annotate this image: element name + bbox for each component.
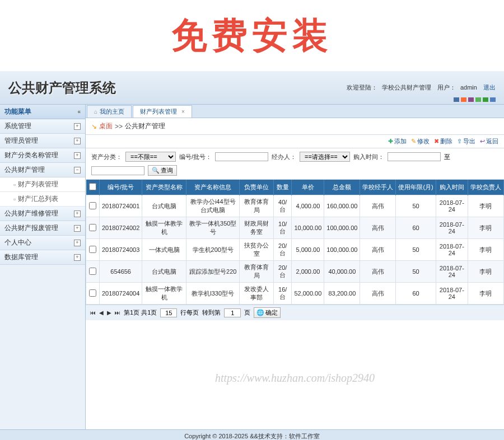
sidebar-item[interactable]: 财产分类名称管理: [0, 148, 85, 163]
table-cell: 2018-07-24: [436, 217, 468, 239]
theme-color[interactable]: [490, 97, 496, 102]
next-page-button[interactable]: ▶: [107, 310, 111, 316]
table-row[interactable]: 654656台式电脑跟踪添加型号220教育体育局20/台2,000.0040,0…: [86, 261, 504, 283]
table-row[interactable]: 20180724004触摸一体教学机教学机l330型号发改委人事部16/台52,…: [86, 283, 504, 305]
table-cell: 教学机l330型号: [186, 283, 240, 305]
table-cell: 触摸一体教学机: [142, 283, 186, 305]
breadcrumb-current: 公共财产管理: [125, 121, 165, 131]
breadcrumb-home[interactable]: 桌面: [99, 121, 113, 131]
export-button[interactable]: ⇪导出: [457, 137, 475, 146]
table-column-header: 学校经手人: [360, 180, 396, 195]
purchase-time-label: 购入时间：: [353, 153, 384, 161]
back-button[interactable]: ↩返回: [480, 137, 498, 146]
theme-color[interactable]: [468, 97, 474, 102]
page-unit: 页: [244, 308, 250, 317]
tab[interactable]: ⌂我的主页: [87, 105, 132, 118]
sidebar-item[interactable]: 个人中心: [0, 236, 85, 250]
table-row[interactable]: 20180724003一体式电脑学生机200型号扶贫办公室20/台5,000.0…: [86, 239, 504, 261]
tabs: ⌂我的主页财产列表管理×: [86, 105, 504, 118]
table-cell: 60: [396, 283, 436, 305]
to-label: 至: [444, 153, 450, 161]
row-checkbox[interactable]: [89, 224, 96, 231]
banner: 免费安装: [0, 0, 504, 71]
table-cell: 4,000.00: [292, 195, 324, 217]
last-page-button[interactable]: ⏭: [115, 310, 120, 316]
sidebar-item[interactable]: 公共财产报废管理: [0, 221, 85, 236]
expand-toggle-icon[interactable]: [74, 240, 81, 246]
table-cell: 台式电脑: [142, 261, 186, 283]
table-cell: 一体式电脑: [142, 239, 186, 261]
sidebar-subitem[interactable]: 财产汇总列表: [0, 192, 85, 207]
category-select[interactable]: ==不限==: [125, 152, 176, 162]
goto-input[interactable]: [224, 308, 241, 317]
table-cell: 财政局财务室: [240, 217, 274, 239]
sidebar-item-label: 公共财产维修管理: [4, 209, 58, 218]
close-icon[interactable]: ×: [181, 109, 185, 115]
table-cell: 2018-07-24: [436, 195, 468, 217]
sidebar-item[interactable]: 公共财产维修管理: [0, 207, 85, 221]
sidebar-item-label: 公共财产管理: [4, 165, 45, 175]
theme-color-blocks: [454, 97, 496, 102]
table-cell: 高伟: [360, 261, 396, 283]
collapse-toggle-icon[interactable]: [74, 167, 81, 174]
table-cell: 扶贫办公室: [240, 239, 274, 261]
edit-button[interactable]: ✎修改: [411, 137, 430, 146]
handler-select[interactable]: ==请选择==: [300, 152, 350, 162]
table-cell: 5,000.00: [292, 239, 324, 261]
expand-toggle-icon[interactable]: [74, 225, 81, 232]
table-cell: 52,000.00: [292, 283, 324, 305]
expand-toggle-icon[interactable]: [74, 138, 81, 144]
sidebar-item[interactable]: 数据库管理: [0, 250, 85, 265]
table-cell: 教育体育局: [240, 195, 274, 217]
theme-color[interactable]: [454, 97, 459, 102]
sidebar-subitem[interactable]: 财产列表管理: [0, 177, 85, 192]
tab[interactable]: 财产列表管理×: [133, 105, 192, 118]
expand-toggle-icon[interactable]: [74, 123, 81, 130]
table-cell: 跟踪添加型号220: [186, 261, 240, 283]
row-checkbox[interactable]: [89, 246, 96, 253]
sidebar-item[interactable]: 管理员管理: [0, 134, 85, 148]
table-cell: 2018-07-24: [436, 283, 468, 305]
table-cell: 50: [396, 261, 436, 283]
table-cell: 2,000.00: [292, 261, 324, 283]
theme-color[interactable]: [483, 97, 488, 102]
expand-toggle-icon[interactable]: [74, 210, 81, 217]
table-column-header: 资产类型名称: [142, 180, 186, 195]
date-from-input[interactable]: [388, 152, 441, 161]
table-cell: 10/台: [273, 217, 291, 239]
sidebar-item[interactable]: 系统管理: [0, 119, 85, 134]
code-input[interactable]: [215, 152, 268, 161]
rows-per-page-input[interactable]: [160, 308, 177, 317]
date-to-input[interactable]: [91, 166, 144, 175]
row-checkbox[interactable]: [89, 289, 96, 297]
table-cell: 李明: [468, 217, 503, 239]
menu-header-label: 功能菜单: [4, 107, 31, 116]
sidebar-item[interactable]: 公共财产管理: [0, 163, 85, 177]
theme-color[interactable]: [475, 97, 481, 102]
table-cell: 20180724001: [100, 195, 142, 217]
table-cell: 40/台: [273, 195, 291, 217]
delete-button[interactable]: ✖删除: [434, 137, 452, 146]
table-row[interactable]: 20180724001台式电脑教学办公i44型号台式电脑教育体育局40/台4,0…: [86, 195, 504, 217]
export-icon: ⇪: [457, 138, 462, 145]
theme-color[interactable]: [461, 97, 466, 102]
table-column-header: 购入时间: [436, 180, 468, 195]
table-cell: 李明: [468, 283, 503, 305]
logout-link[interactable]: 退出: [483, 84, 496, 91]
select-all-checkbox[interactable]: [89, 183, 96, 190]
row-checkbox[interactable]: [89, 202, 96, 209]
expand-toggle-icon[interactable]: [74, 254, 81, 261]
goto-confirm-button[interactable]: 🌐确定: [254, 307, 281, 318]
table-cell: 李明: [468, 239, 503, 261]
table-column-header: 学校负责人: [468, 180, 503, 195]
table-cell: 台式电脑: [142, 195, 186, 217]
expand-toggle-icon[interactable]: [74, 152, 81, 159]
toolbar: ✚添加 ✎修改 ✖删除 ⇪导出 ↩返回: [86, 135, 504, 148]
prev-page-button[interactable]: ◀: [99, 310, 104, 316]
first-page-button[interactable]: ⏮: [90, 310, 96, 316]
collapse-icon[interactable]: «: [77, 109, 81, 115]
table-row[interactable]: 20180724002触摸一体教学机教学一体机350型号财政局财务室10/台10…: [86, 217, 504, 239]
query-button[interactable]: 🔍查询: [148, 165, 177, 176]
add-button[interactable]: ✚添加: [388, 137, 407, 146]
row-checkbox[interactable]: [89, 268, 96, 275]
